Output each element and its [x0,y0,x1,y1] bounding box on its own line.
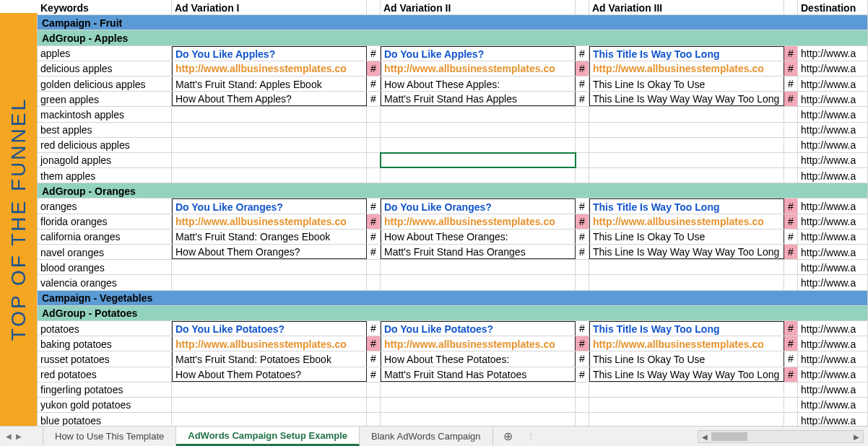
char-count-cell[interactable]: # [576,46,589,61]
char-count-cell[interactable]: # [367,367,381,382]
char-count-cell[interactable] [367,168,381,183]
ad-cell[interactable]: Matt's Fruit Stand Has Potatoes [381,367,576,382]
ad-cell[interactable]: Do You Like Oranges? [172,198,367,213]
destination-cell[interactable]: http://www.a [798,107,868,121]
char-count-cell[interactable]: # [784,76,798,91]
destination-cell[interactable]: http://www.a [798,138,868,152]
keyword-row[interactable]: golden delicious applesMatt's Fruit Stan… [38,76,868,92]
ad-cell[interactable] [589,382,784,397]
scroll-track[interactable] [711,431,850,442]
char-count-cell[interactable] [784,138,798,152]
adgroup-title[interactable]: AdGroup - Apples [38,30,868,45]
ad-cell[interactable]: This Title Is Way Too Long [589,46,784,61]
campaign-row[interactable]: Campaign - Fruit [38,15,868,30]
ad-cell[interactable]: This Line Is Way Way Way Way Too Long [589,367,784,382]
char-count-cell[interactable]: # [576,321,589,336]
keyword-cell[interactable]: florida oranges [38,214,172,229]
char-count-cell[interactable]: # [784,61,798,76]
keyword-cell[interactable]: potatoes [38,321,172,336]
ad-cell[interactable]: Do You Like Apples? [381,46,576,61]
scroll-left-icon[interactable]: ◀ [698,433,711,441]
ad-cell[interactable]: This Line Is Okay To Use [589,76,784,91]
keyword-row[interactable]: potatoesDo You Like Potatoes?#Do You Lik… [38,321,868,336]
destination-cell[interactable]: http://www.a [798,229,868,244]
char-count-cell[interactable] [367,260,381,274]
ad-cell[interactable] [381,168,576,183]
keyword-row[interactable]: green applesHow About Them Apples?#Matt'… [38,92,868,107]
keyword-row[interactable]: delicious appleshttp://www.allbusinesste… [38,61,868,76]
char-count-cell[interactable]: # [576,367,589,382]
chevron-left-icon[interactable]: ◀ [6,432,12,440]
destination-cell[interactable]: http://www.a [798,92,868,106]
char-count-cell[interactable]: # [367,214,381,229]
ad-cell[interactable]: http://www.allbusinesstemplates.co [381,336,576,351]
char-count-cell[interactable]: # [576,245,589,259]
keyword-row[interactable]: valencia orangeshttp://www.a [38,275,868,290]
sheet-tab[interactable]: Blank AdWords Campaign [360,427,493,446]
keyword-cell[interactable]: delicious apples [38,61,172,76]
char-count-cell[interactable]: # [367,46,381,61]
ad-cell[interactable] [589,413,784,426]
ad-cell[interactable] [381,123,576,137]
keyword-cell[interactable]: golden delicious apples [38,76,172,91]
ad-cell[interactable] [589,153,784,167]
char-count-cell[interactable]: # [784,198,798,213]
char-count-cell[interactable]: # [784,351,798,366]
ad-cell[interactable] [172,382,367,397]
ad-cell[interactable] [381,153,576,167]
ad-cell[interactable] [172,260,367,274]
horizontal-scrollbar[interactable]: ◀ ▶ [698,430,864,443]
chevron-right-icon[interactable]: ▶ [16,432,22,440]
char-count-cell[interactable]: # [784,245,798,259]
ad-cell[interactable]: How About These Oranges: [381,229,576,244]
ad-cell[interactable]: http://www.allbusinesstemplates.co [172,336,367,351]
tab-nav-arrows[interactable]: ◀ ▶ [0,427,43,446]
ad-cell[interactable]: http://www.allbusinesstemplates.co [172,214,367,229]
keyword-row[interactable]: them appleshttp://www.a [38,168,868,183]
keyword-cell[interactable]: mackintosh apples [38,107,172,121]
sheet-tab[interactable]: How to Use This Template [43,427,176,446]
ad-cell[interactable] [172,275,367,289]
destination-cell[interactable]: http://www.a [798,336,868,351]
char-count-cell[interactable]: # [367,321,381,336]
ad-cell[interactable] [589,123,784,137]
ad-cell[interactable] [172,413,367,426]
ad-cell[interactable] [172,123,367,137]
keyword-row[interactable]: best appleshttp://www.a [38,123,868,138]
keyword-cell[interactable]: navel oranges [38,245,172,259]
char-count-cell[interactable] [576,123,589,137]
char-count-cell[interactable]: # [784,321,798,336]
ad-cell[interactable]: This Line Is Okay To Use [589,229,784,244]
adgroup-title[interactable]: AdGroup - Potatoes [38,306,868,320]
ad-cell[interactable]: Matt's Fruit Stand: Potatoes Ebook [172,351,367,366]
keyword-cell[interactable]: red delicious apples [38,138,172,152]
ad-cell[interactable] [589,398,784,412]
ad-cell[interactable] [589,260,784,274]
ad-cell[interactable] [172,153,367,167]
char-count-cell[interactable]: # [367,61,381,76]
keyword-cell[interactable]: them apples [38,168,172,183]
char-count-cell[interactable]: # [784,336,798,351]
char-count-cell[interactable] [576,138,589,152]
char-count-cell[interactable]: # [576,351,589,366]
keyword-cell[interactable]: california oranges [38,229,172,244]
ad-cell[interactable]: This Title Is Way Too Long [589,321,784,336]
char-count-cell[interactable]: # [367,76,381,91]
ad-cell[interactable]: How About Them Potatoes? [172,367,367,382]
ad-cell[interactable]: http://www.allbusinesstemplates.co [381,61,576,76]
char-count-cell[interactable] [367,382,381,397]
destination-cell[interactable]: http://www.a [798,214,868,229]
ad-cell[interactable] [381,107,576,121]
adgroup-row[interactable]: AdGroup - Potatoes [38,306,868,321]
char-count-cell[interactable] [367,398,381,412]
ad-cell[interactable] [589,168,784,183]
char-count-cell[interactable] [367,413,381,426]
ad-cell[interactable] [381,413,576,426]
adgroup-row[interactable]: AdGroup - Oranges [38,183,868,198]
ad-cell[interactable]: This Line Is Okay To Use [589,351,784,366]
char-count-cell[interactable]: # [784,229,798,244]
keyword-row[interactable]: mackintosh appleshttp://www.a [38,107,868,122]
keyword-row[interactable]: california orangesMatt's Fruit Stand: Or… [38,229,868,245]
char-count-cell[interactable]: # [367,245,381,259]
campaign-title[interactable]: Campaign - Vegetables [38,291,868,305]
